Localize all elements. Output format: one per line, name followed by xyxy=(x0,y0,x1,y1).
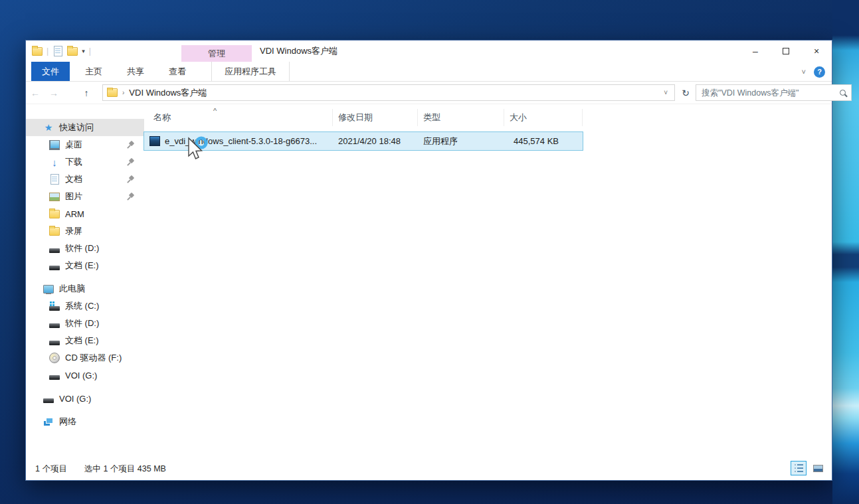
file-list: 名称^修改日期类型大小 e_vdi_windows_client-5.3.0-1… xyxy=(144,104,832,458)
breadcrumb-separator: › xyxy=(122,89,124,96)
sidebar-item-cd-drive-f[interactable]: CD 驱动器 (F:) xyxy=(26,349,144,367)
folder-icon xyxy=(49,226,60,236)
selection-info: 选中 1 个项目 435 MB xyxy=(84,463,166,475)
tab-home[interactable]: 主页 xyxy=(76,62,112,81)
sort-asc-icon: ^ xyxy=(213,107,217,115)
drive-icon xyxy=(43,393,54,404)
drive-system-icon xyxy=(49,301,60,311)
sidebar-item-label: ARM xyxy=(65,209,84,219)
help-icon[interactable]: ? xyxy=(814,66,825,78)
window-controls: – × xyxy=(740,41,832,62)
status-bar: 1 个项目 选中 1 个项目 435 MB xyxy=(26,458,832,480)
column-header-3[interactable]: 大小 xyxy=(504,109,583,126)
sidebar-item-label: 系统 (C:) xyxy=(65,300,99,312)
manage-tool-tab-header[interactable]: 管理 xyxy=(181,45,252,62)
large-icons-view-button[interactable] xyxy=(810,461,826,475)
sidebar-item-label: VOI (G:) xyxy=(59,394,91,404)
computer-icon xyxy=(43,284,54,294)
sidebar-item-network[interactable]: 网络 xyxy=(26,413,144,430)
sidebar-item-label: 快速访问 xyxy=(59,122,94,133)
sidebar-item-label: 文档 xyxy=(65,173,82,185)
folder-icon xyxy=(107,88,118,98)
minimize-button[interactable]: – xyxy=(740,41,771,62)
window-title: VDI Windows客户端 xyxy=(260,41,337,62)
sidebar-item-documents-e-2[interactable]: 文档 (E:) xyxy=(26,332,144,349)
view-toggles xyxy=(791,461,826,475)
column-header-1[interactable]: 修改日期 xyxy=(333,109,418,126)
file-list-header: 名称^修改日期类型大小 xyxy=(144,109,583,126)
details-view-button[interactable] xyxy=(791,461,807,475)
sidebar-item-documents[interactable]: 文档 xyxy=(26,171,144,188)
drive-icon xyxy=(49,370,60,380)
tab-file[interactable]: 文件 xyxy=(31,62,70,81)
sidebar-item-voi-g[interactable]: VOI (G:) xyxy=(26,367,144,384)
sidebar-item-downloads[interactable]: 下载 xyxy=(26,153,144,171)
sidebar-item-label: 文档 (E:) xyxy=(65,335,99,347)
qat-dropdown-icon[interactable]: ▾ xyxy=(82,48,85,54)
file-modified-date: 2021/4/20 18:48 xyxy=(333,136,418,146)
sidebar-item-arm[interactable]: ARM xyxy=(26,205,144,222)
up-icon[interactable]: ↑ xyxy=(78,88,95,98)
search-box xyxy=(696,84,852,101)
download-icon xyxy=(49,157,60,167)
close-button[interactable]: × xyxy=(801,41,832,62)
file-type: 应用程序 xyxy=(418,135,504,147)
sidebar-item-label: 网络 xyxy=(59,416,76,428)
sidebar-item-pictures[interactable]: 图片 xyxy=(26,188,144,205)
sidebar-item-desktop[interactable]: 桌面 xyxy=(26,136,144,153)
sidebar-item-quick-access[interactable]: 快速访问 xyxy=(26,119,144,136)
pin-icon xyxy=(127,193,135,201)
sidebar-item-software-d[interactable]: 软件 (D:) xyxy=(26,240,144,257)
sidebar-item-documents-e[interactable]: 文档 (E:) xyxy=(26,257,144,274)
ribbon-collapse-icon[interactable]: ˅ xyxy=(802,68,806,76)
tab-share[interactable]: 共享 xyxy=(118,62,153,81)
sidebar-item-label: 图片 xyxy=(65,191,82,203)
back-icon[interactable]: ← xyxy=(26,88,45,98)
sidebar-item-label: 桌面 xyxy=(65,139,82,151)
drive-icon xyxy=(49,318,60,329)
sidebar-item-voi-g-root[interactable]: VOI (G:) xyxy=(26,390,144,407)
separator: | xyxy=(89,46,91,56)
drive-icon xyxy=(49,260,60,271)
sidebar-item-label: 下载 xyxy=(65,156,82,168)
breadcrumb-segment[interactable]: VDI Windows客户端 xyxy=(129,87,207,99)
sidebar-item-screen-recordings[interactable]: 录屏 xyxy=(26,222,144,240)
quick-access-toolbar: | ▾ | xyxy=(26,46,91,56)
sidebar-item-label: 软件 (D:) xyxy=(65,317,99,329)
application-icon xyxy=(149,136,160,147)
sidebar-item-label: VOI (G:) xyxy=(65,371,97,380)
pictures-icon xyxy=(49,191,60,202)
search-icon[interactable] xyxy=(840,90,846,96)
sidebar-item-system-c[interactable]: 系统 (C:) xyxy=(26,297,144,315)
titlebar: | ▾ | 管理 VDI Windows客户端 – × xyxy=(26,41,832,62)
pin-icon xyxy=(127,141,135,149)
pin-icon xyxy=(127,158,135,166)
network-icon xyxy=(43,416,54,427)
column-header-0[interactable]: 名称^ xyxy=(144,109,333,126)
maximize-button[interactable] xyxy=(771,41,801,62)
column-header-2[interactable]: 类型 xyxy=(418,109,504,126)
tab-view[interactable]: 查看 xyxy=(159,62,195,81)
ribbon-tab-row: 文件主页共享查看应用程序工具 ˅ ? xyxy=(26,62,832,82)
new-folder-icon[interactable] xyxy=(67,46,78,56)
item-count: 1 个项目 xyxy=(35,463,67,475)
breadcrumb[interactable]: › VDI Windows客户端 ˅ xyxy=(102,84,675,101)
properties-icon[interactable] xyxy=(52,46,63,56)
star-icon xyxy=(43,122,54,133)
address-bar: ← → ↑ › VDI Windows客户端 ˅ ↻ xyxy=(26,82,832,104)
cd-icon xyxy=(49,353,60,363)
document-icon xyxy=(49,174,60,185)
file-size: 445,574 KB xyxy=(504,136,583,146)
drive-icon xyxy=(49,335,60,346)
tab-app-tools[interactable]: 应用程序工具 xyxy=(211,62,290,81)
sidebar-item-this-pc[interactable]: 此电脑 xyxy=(26,280,144,297)
file-row[interactable]: e_vdi_windows_client-5.3.0-18-g6673...20… xyxy=(144,132,583,150)
sidebar-item-software-d-2[interactable]: 软件 (D:) xyxy=(26,315,144,332)
sidebar-item-label: 录屏 xyxy=(65,225,82,237)
search-input[interactable] xyxy=(702,88,840,98)
forward-icon[interactable]: → xyxy=(45,88,63,98)
breadcrumb-dropdown-icon[interactable]: ˅ xyxy=(661,89,670,96)
refresh-icon[interactable]: ↻ xyxy=(678,88,693,98)
folder-icon[interactable] xyxy=(32,46,43,56)
file-name: e_vdi_windows_client-5.3.0-18-g6673... xyxy=(165,136,317,146)
